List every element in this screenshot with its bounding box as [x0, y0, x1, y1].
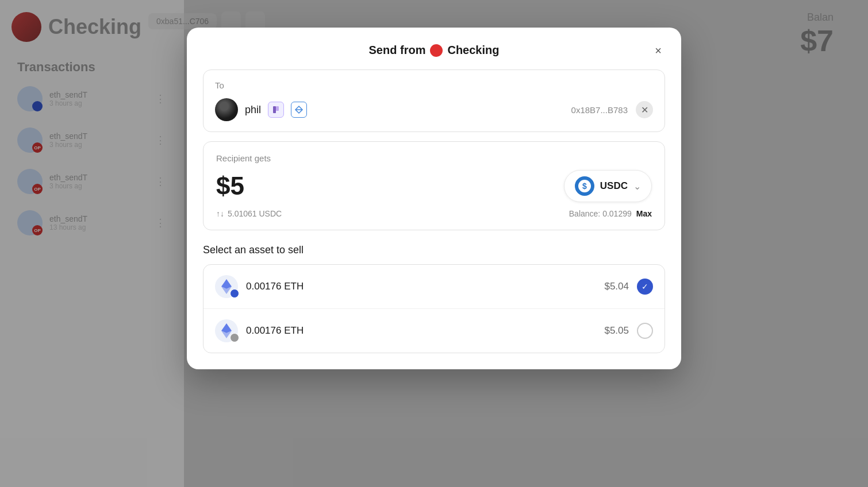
close-icon: × [655, 44, 662, 57]
recipient-name: phil [245, 104, 261, 116]
asset-item-0[interactable]: 0.00176 ETH $5.04 ✓ [203, 265, 665, 309]
svg-rect-0 [273, 106, 276, 113]
asset-item-1[interactable]: 0.00176 ETH $5.05 [203, 309, 665, 353]
max-button[interactable]: Max [636, 209, 652, 218]
modal-title-prefix: Send from [369, 44, 426, 57]
currency-name: USDC [600, 180, 628, 192]
asset-value-1: $5.05 [604, 325, 629, 337]
recipient-avatar [215, 98, 238, 121]
asset-icon-0 [215, 275, 238, 298]
amount-value: $5 [216, 172, 244, 200]
select-asset-label: Select an asset to sell [203, 244, 665, 256]
metamask-icon [268, 102, 284, 118]
network-badge-0 [230, 289, 239, 298]
modal-header: Send from Checking × [187, 28, 681, 69]
send-modal: Send from Checking × To phil [187, 28, 681, 369]
currency-selector[interactable]: USDC ⌄ [564, 170, 652, 202]
amount-sub-row: ↑↓ 5.01061 USDC Balance: 0.01299 Max [216, 209, 652, 218]
modal-title-account: Checking [447, 44, 499, 57]
modal-body: To phil [187, 69, 681, 369]
modal-overlay: Send from Checking × To phil [0, 0, 868, 487]
checking-dot-icon [430, 44, 443, 57]
avatar-image [215, 98, 238, 121]
asset-name-0: 0.00176 ETH [246, 281, 596, 292]
amount-conversion: ↑↓ 5.01061 USDC [216, 209, 282, 218]
recipient-gets-label: Recipient gets [216, 153, 652, 163]
clear-icon: ✕ [641, 105, 648, 115]
to-right: 0x18B7...B783 ✕ [571, 101, 653, 118]
close-button[interactable]: × [649, 41, 667, 60]
to-label: To [215, 80, 653, 90]
asset-selected-icon-0: ✓ [637, 279, 653, 295]
metamask-svg [271, 105, 281, 114]
clear-recipient-button[interactable]: ✕ [636, 101, 653, 118]
modal-title: Send from Checking [369, 44, 500, 57]
chevron-down-icon: ⌄ [633, 181, 641, 192]
swap-arrows-icon: ↑↓ [216, 209, 224, 218]
conversion-value: 5.01061 USDC [228, 209, 282, 218]
to-section: To phil [203, 69, 665, 132]
asset-value-0: $5.04 [604, 281, 629, 292]
to-left: phil [215, 98, 307, 121]
balance-row: Balance: 0.01299 Max [569, 209, 652, 218]
svg-rect-1 [276, 106, 279, 111]
asset-icon-1 [215, 319, 238, 342]
amount-row: $5 USDC ⌄ [216, 170, 652, 202]
asset-list: 0.00176 ETH $5.04 ✓ [203, 264, 665, 353]
diamond-icon [291, 102, 307, 118]
to-content: phil [215, 98, 653, 121]
amount-section: Recipient gets $5 USDC ⌄ ↑↓ 5.01061 USDC [203, 141, 665, 230]
usdc-icon [575, 176, 594, 196]
asset-name-1: 0.00176 ETH [246, 325, 596, 337]
balance-text: Balance: 0.01299 [569, 209, 632, 218]
diamond-svg [294, 105, 304, 114]
recipient-address: 0x18B7...B783 [571, 105, 628, 115]
asset-radio-1 [637, 323, 653, 339]
network-badge-1 [230, 333, 239, 342]
